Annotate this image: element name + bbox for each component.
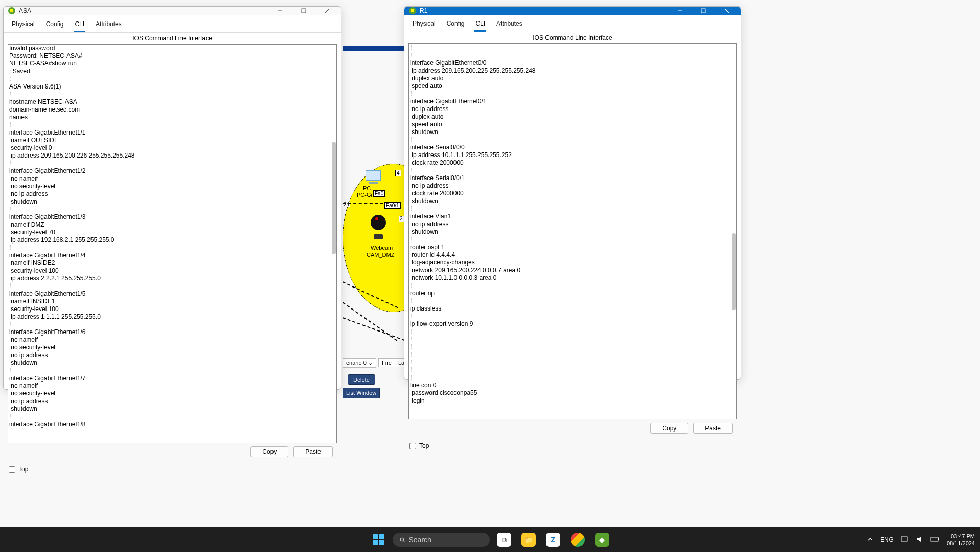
asa-scrollbar[interactable] — [329, 45, 336, 443]
tray-overflow-icon[interactable] — [867, 536, 873, 544]
tab-cli[interactable]: CLI — [474, 18, 486, 32]
pc-label: PC- — [363, 185, 373, 191]
tab-cli[interactable]: CLI — [74, 18, 85, 32]
scenario-dropdown[interactable]: enario 0 ⌄ — [343, 358, 376, 368]
asa-titlebar[interactable]: ASA — [4, 7, 341, 15]
taskbar-search[interactable]: Search — [393, 533, 490, 547]
maximize-button[interactable] — [292, 7, 315, 15]
pcg-label: PC-Gi — [357, 192, 372, 198]
search-icon — [400, 537, 405, 542]
tab-physical[interactable]: Physical — [412, 18, 437, 32]
r1-cli-subtitle: IOS Command Line Interface — [404, 32, 741, 42]
r1-title: R1 — [420, 7, 668, 14]
list-window-button[interactable]: List Window — [343, 388, 380, 398]
volume-icon[interactable] — [916, 536, 923, 544]
pt-app-icon — [408, 7, 417, 15]
start-button[interactable] — [368, 529, 389, 550]
net-24: 24 — [343, 202, 350, 207]
r1-window: R1 Physical Config CLI Attributes IOS Co… — [404, 6, 741, 380]
minimize-button[interactable] — [268, 7, 292, 15]
taskbar-clock[interactable]: 03:47 PM 08/11/2024 — [947, 533, 975, 547]
r1-cli-text: ! ! interface GigabitEthernet0/0 ip addr… — [410, 44, 536, 404]
file-explorer-icon[interactable]: 📁 — [518, 529, 539, 550]
chrome-icon[interactable] — [567, 529, 588, 550]
windows-logo-icon — [373, 534, 384, 545]
asa-copy-button[interactable]: Copy — [250, 446, 288, 457]
zalo-icon[interactable]: Z — [543, 529, 563, 550]
svg-rect-17 — [938, 538, 939, 540]
fire-col: Fire — [378, 358, 395, 367]
svg-rect-14 — [901, 537, 907, 541]
webcam-label: Webcam — [371, 245, 393, 251]
system-tray: ENG 03:47 PM 08/11/2024 — [867, 533, 975, 547]
packet-tracer-icon[interactable]: ◆ — [592, 529, 612, 550]
delete-button[interactable]: Delete — [348, 374, 375, 385]
asa-paste-button[interactable]: Paste — [293, 446, 333, 457]
asa-cli-text: Invalid password Password: NETSEC-ASA# N… — [9, 45, 135, 428]
taskbar-app-1[interactable]: ⧉ — [494, 529, 514, 550]
net-2: 2 — [399, 216, 404, 222]
tab-config[interactable]: Config — [446, 18, 466, 32]
chevron-down-icon: ⌄ — [368, 360, 373, 366]
r1-copy-button[interactable]: Copy — [650, 423, 688, 434]
camdmz-label: CAM_DMZ — [367, 252, 394, 258]
asa-top-checkbox[interactable] — [9, 466, 15, 473]
asa-top-label: Top — [18, 466, 28, 473]
pt-bottom-controls: enario 0 ⌄ Fire Las Delete List Window — [343, 356, 404, 391]
port-fa0: Fa0 — [373, 190, 385, 197]
asa-cli-terminal[interactable]: Invalid password Password: NETSEC-ASA# N… — [8, 44, 337, 443]
clock-date: 08/11/2024 — [947, 540, 975, 547]
asa-title: ASA — [19, 7, 268, 14]
r1-tabs: Physical Config CLI Attributes — [404, 15, 741, 32]
r1-cli-terminal[interactable]: ! ! interface GigabitEthernet0/0 ip addr… — [408, 43, 737, 419]
svg-rect-3 — [302, 9, 306, 13]
r1-top-checkbox[interactable] — [409, 443, 416, 449]
pc-icon[interactable] — [366, 170, 381, 184]
r1-scrollbar[interactable] — [729, 44, 736, 419]
minimize-button[interactable] — [668, 7, 692, 15]
svg-rect-16 — [931, 537, 938, 541]
battery-icon[interactable] — [930, 536, 940, 544]
port-fa01: Fa0/1 — [384, 202, 401, 209]
net-4: 4 — [395, 170, 401, 176]
windows-taskbar: Search ⧉ 📁 Z ◆ ENG 03:47 PM 08/11/2024 — [0, 527, 980, 552]
pt-canvas-strip: PC- PC-Gi Fa0 Fa0/1 24 4 2 Webcam CAM_DM… — [343, 46, 404, 394]
clock-time: 03:47 PM — [947, 533, 975, 540]
svg-rect-9 — [701, 9, 705, 13]
asa-tabs: Physical Config CLI Attributes — [4, 15, 341, 33]
maximize-button[interactable] — [692, 7, 715, 15]
tab-attributes[interactable]: Attributes — [95, 18, 123, 32]
svg-rect-1 — [10, 9, 13, 12]
language-indicator[interactable]: ENG — [880, 536, 894, 543]
dmz-zone — [343, 164, 404, 312]
network-icon[interactable] — [901, 536, 909, 544]
tab-attributes[interactable]: Attributes — [495, 18, 523, 32]
r1-titlebar[interactable]: R1 — [404, 7, 741, 15]
pt-banner — [343, 46, 404, 51]
tab-physical[interactable]: Physical — [11, 18, 36, 32]
webcam-icon[interactable] — [371, 215, 391, 235]
asa-cli-subtitle: IOS Command Line Interface — [4, 33, 341, 43]
search-placeholder: Search — [409, 536, 431, 544]
close-button[interactable] — [715, 7, 739, 15]
close-button[interactable] — [315, 7, 339, 15]
r1-top-label: Top — [419, 442, 429, 449]
pt-app-icon — [8, 7, 16, 15]
svg-line-13 — [403, 541, 404, 542]
tab-config[interactable]: Config — [45, 18, 65, 32]
asa-window: ASA Physical Config CLI Attributes IOS C… — [3, 6, 341, 390]
svg-rect-7 — [411, 9, 414, 12]
svg-point-12 — [400, 538, 403, 541]
svg-rect-15 — [903, 542, 906, 542]
r1-paste-button[interactable]: Paste — [693, 423, 733, 434]
